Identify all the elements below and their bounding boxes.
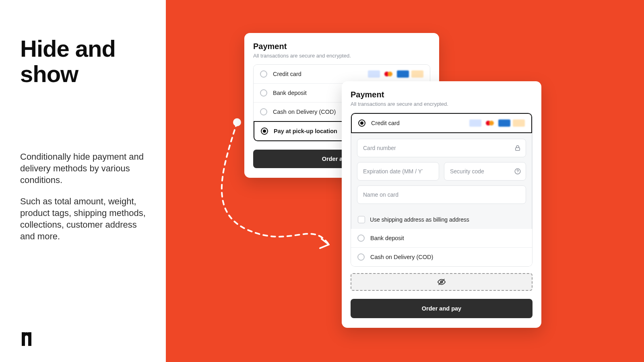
info-panel: Hide and show Conditionally hide payment… xyxy=(0,0,166,362)
option-label: Pay at pick-up location xyxy=(274,128,337,134)
description: Conditionally hide payment and delivery … xyxy=(20,151,146,242)
card-subtitle: All transactions are secure and encrypte… xyxy=(351,101,533,107)
name-input[interactable] xyxy=(357,185,526,204)
help-icon[interactable] xyxy=(514,168,521,175)
checkbox-label: Use shipping address as billing address xyxy=(370,216,469,223)
option-label: Bank deposit xyxy=(370,235,404,241)
card-brand-logos-icon xyxy=(469,119,525,127)
option-label: Credit card xyxy=(273,71,301,77)
svg-point-2 xyxy=(517,173,518,173)
name-field xyxy=(357,185,526,204)
expiry-field xyxy=(357,162,439,181)
expiry-input[interactable] xyxy=(357,162,439,181)
use-shipping-checkbox-row[interactable]: Use shipping address as billing address xyxy=(351,210,532,229)
payment-options-group: Credit card xyxy=(351,113,533,267)
lock-icon xyxy=(514,144,521,152)
connector-start-dot-icon xyxy=(233,118,241,126)
payment-options: Credit card xyxy=(351,113,533,267)
option-cod[interactable]: Cash on Delivery (COD) xyxy=(351,247,532,266)
option-label: Cash on Delivery (COD) xyxy=(273,109,336,115)
card-subtitle: All transactions are secure and encrypte… xyxy=(253,53,430,59)
brand-logo-icon xyxy=(20,332,33,346)
description-p1: Conditionally hide payment and delivery … xyxy=(20,151,146,186)
card-brand-logos-icon xyxy=(368,70,423,78)
credit-card-form xyxy=(351,133,532,210)
radio-icon xyxy=(260,89,267,97)
option-bank-deposit[interactable]: Bank deposit xyxy=(351,229,532,247)
hidden-method-placeholder xyxy=(351,273,533,291)
radio-icon xyxy=(260,108,267,115)
eye-off-icon xyxy=(437,278,446,286)
card-number-field xyxy=(357,139,526,157)
card-title: Payment xyxy=(253,42,430,51)
card-title: Payment xyxy=(351,90,533,99)
order-pay-button[interactable]: Order and pay xyxy=(351,299,533,318)
description-p2: Such as total amount, weight, product ta… xyxy=(20,195,146,242)
payment-card-after: Payment All transactions are secure and … xyxy=(342,81,541,328)
cvc-field xyxy=(444,162,526,181)
radio-icon xyxy=(357,253,365,261)
card-number-input[interactable] xyxy=(357,139,526,157)
radio-icon xyxy=(358,119,365,127)
checkbox-icon xyxy=(358,216,365,223)
option-label: Cash on Delivery (COD) xyxy=(370,254,433,260)
radio-icon xyxy=(357,234,365,242)
option-label: Bank deposit xyxy=(273,90,307,96)
option-label: Credit card xyxy=(371,120,400,126)
stage: Payment All transactions are secure and … xyxy=(166,0,644,362)
radio-icon xyxy=(261,128,268,135)
radio-icon xyxy=(260,70,267,78)
option-credit-card[interactable]: Credit card xyxy=(351,113,532,133)
option-credit-card[interactable]: Credit card xyxy=(254,65,430,83)
headline: Hide and show xyxy=(20,36,146,86)
svg-rect-0 xyxy=(516,148,520,150)
